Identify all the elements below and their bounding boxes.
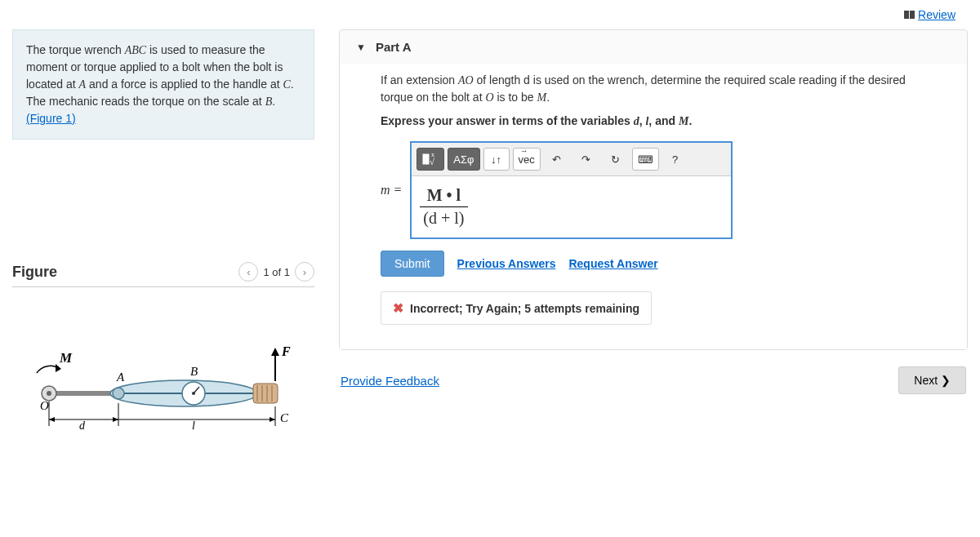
answer-lhs: m = — [381, 183, 402, 197]
var-a: A — [79, 78, 87, 91]
undo-button[interactable]: ↶ — [544, 148, 570, 171]
editor-toolbar: x√ ΑΣφ ↓↑ →vec ↶ ↷ ↻ ⌨ ? — [412, 143, 731, 176]
reset-button[interactable]: ↻ — [603, 148, 629, 171]
svg-text:F: F — [281, 344, 291, 358]
svg-marker-27 — [113, 417, 118, 422]
review-label: Review — [918, 8, 956, 21]
feedback-text: Incorrect; Try Again; 5 attempts remaini… — [410, 302, 639, 315]
figure-prev-button[interactable]: ‹ — [238, 262, 258, 282]
answer-editor[interactable]: x√ ΑΣφ ↓↑ →vec ↶ ↷ ↻ ⌨ ? — [410, 141, 733, 239]
var-b: B — [265, 95, 273, 108]
var-c: C — [283, 78, 290, 91]
svg-text:d: d — [79, 419, 86, 432]
answer-input[interactable]: M • l (d + l) — [412, 176, 731, 237]
review-link[interactable]: Review — [904, 8, 956, 21]
question-text: If an extension AO of length d is used o… — [381, 72, 926, 106]
problem-statement: The torque wrench ABC is used to measure… — [12, 29, 314, 140]
figure-title: Figure — [12, 264, 57, 281]
svg-text:A: A — [116, 371, 125, 384]
problem-text: The torque wrench — [26, 43, 125, 56]
svg-point-2 — [47, 391, 51, 396]
svg-rect-33 — [423, 154, 429, 164]
svg-text:O: O — [40, 399, 49, 412]
review-icon — [904, 11, 915, 19]
subsup-button[interactable]: ↓↑ — [483, 148, 510, 171]
svg-text:C: C — [280, 411, 289, 424]
problem-text: . — [272, 95, 275, 108]
keyboard-button[interactable]: ⌨ — [632, 148, 659, 171]
part-header[interactable]: ▼ Part A — [340, 30, 967, 64]
instruction-text: Express your answer in terms of the vari… — [381, 113, 926, 130]
svg-text:l: l — [192, 419, 195, 432]
figure-next-button[interactable]: › — [295, 262, 314, 282]
problem-text: and a force is applied to the handle at — [86, 78, 283, 91]
var-abc: ABC — [125, 44, 146, 56]
svg-marker-31 — [270, 417, 275, 422]
figure-link[interactable]: (Figure 1) — [26, 112, 76, 125]
var-m: M — [537, 91, 546, 104]
submit-button[interactable]: Submit — [381, 251, 444, 277]
svg-text:M: M — [59, 350, 73, 366]
var-ao: AO — [458, 74, 474, 87]
incorrect-icon: ✖ — [393, 300, 403, 316]
var-o: O — [485, 91, 493, 104]
part-title: Part A — [376, 40, 412, 54]
answer-numerator: M • l — [420, 186, 467, 207]
help-button[interactable]: ? — [662, 148, 688, 171]
provide-feedback-link[interactable]: Provide Feedback — [341, 374, 439, 388]
greek-button[interactable]: ΑΣφ — [448, 148, 479, 171]
next-button[interactable]: Next ❯ — [898, 366, 966, 394]
templates-button[interactable]: x√ — [416, 148, 444, 171]
svg-text:B: B — [190, 365, 198, 378]
figure-image: F M A B O C d — [12, 336, 314, 453]
caret-down-icon: ▼ — [356, 42, 366, 53]
svg-text:√: √ — [430, 157, 435, 166]
vec-button[interactable]: →vec — [513, 148, 541, 171]
previous-answers-link[interactable]: Previous Answers — [457, 257, 556, 270]
feedback-box: ✖ Incorrect; Try Again; 5 attempts remai… — [381, 291, 652, 325]
redo-button[interactable]: ↷ — [573, 148, 599, 171]
figure-counter: 1 of 1 — [263, 266, 290, 278]
svg-marker-26 — [49, 417, 55, 422]
request-answer-link[interactable]: Request Answer — [568, 257, 657, 270]
answer-denominator: (d + l) — [420, 207, 467, 228]
svg-marker-15 — [271, 348, 279, 356]
svg-point-5 — [113, 388, 124, 399]
